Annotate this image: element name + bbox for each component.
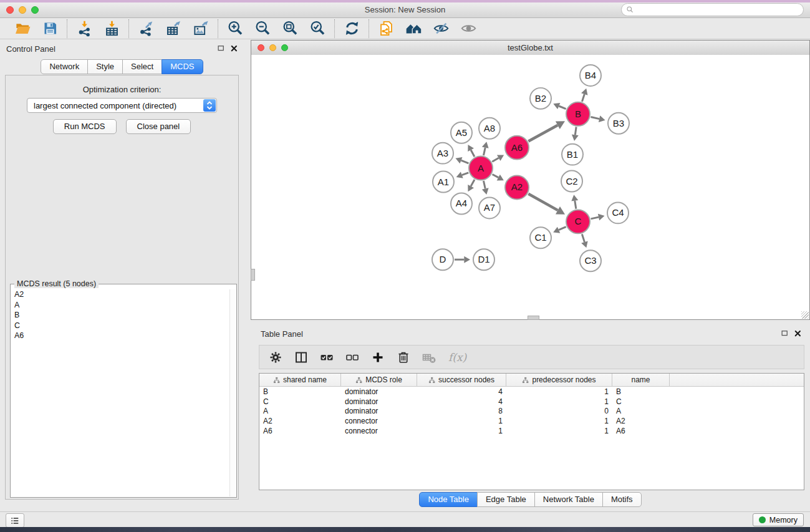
table-cell[interactable]: A6 <box>612 427 670 435</box>
graph-node-A7[interactable]: A7 <box>479 197 500 218</box>
graph-node-C2[interactable]: C2 <box>561 171 582 192</box>
trash-icon[interactable] <box>396 350 411 365</box>
resize-grip[interactable] <box>801 311 809 319</box>
table-row[interactable]: A2connector11A2 <box>259 416 804 426</box>
graph-node-A3[interactable]: A3 <box>432 143 453 164</box>
clone-network-icon[interactable] <box>378 20 395 37</box>
tab-style[interactable]: Style <box>87 59 123 74</box>
open-file-icon[interactable] <box>14 20 31 37</box>
export-table-icon[interactable] <box>165 20 182 37</box>
result-item[interactable]: A2 <box>11 289 229 300</box>
edge-B-B1[interactable] <box>572 127 579 141</box>
tab-network-table[interactable]: Network Table <box>534 492 603 507</box>
network-canvas[interactable]: AA1A2A3A4A5A6A7A8BB1B2B3B4CC1C2C3C4DD1 <box>251 55 809 319</box>
edge-A6-B[interactable] <box>528 121 565 141</box>
edge-C-C4[interactable] <box>591 214 605 221</box>
network-graph[interactable]: AA1A2A3A4A5A6A7A8BB1B2B3B4CC1C2C3C4DD1 <box>251 55 809 319</box>
column-header-MCDS-role[interactable]: MCDS role <box>341 374 417 386</box>
table-cell[interactable]: 1 <box>417 417 506 425</box>
graph-node-B4[interactable]: B4 <box>580 65 601 86</box>
result-item[interactable]: A <box>11 300 229 311</box>
column-header-successor-nodes[interactable]: successor nodes <box>417 374 506 386</box>
add-icon[interactable] <box>370 350 385 365</box>
edge-B-B3[interactable] <box>591 115 605 122</box>
column-header-name[interactable]: name <box>612 374 670 386</box>
table-row[interactable]: A6connector11A6 <box>259 426 804 436</box>
table-cell[interactable]: dominator <box>341 407 417 415</box>
close-panel-icon[interactable] <box>793 329 803 338</box>
close-window-button[interactable] <box>6 6 14 14</box>
edge-A-A7[interactable] <box>482 181 489 195</box>
edge-D-D1[interactable] <box>455 256 470 263</box>
graph-node-B3[interactable]: B3 <box>608 113 629 134</box>
edge-A-A5[interactable] <box>468 145 475 157</box>
split-view-icon[interactable] <box>294 350 309 365</box>
graph-node-D[interactable]: D <box>432 249 453 270</box>
graph-node-C4[interactable]: C4 <box>607 202 629 223</box>
edge-C-C1[interactable] <box>553 227 566 233</box>
table-cell[interactable]: connector <box>341 427 417 435</box>
search-input[interactable] <box>635 4 803 16</box>
graph-node-B2[interactable]: B2 <box>530 88 551 109</box>
result-item[interactable]: A6 <box>11 331 229 341</box>
table-cell[interactable]: 8 <box>417 407 506 415</box>
network-minimize-button[interactable] <box>269 44 276 51</box>
edge-A-A2[interactable] <box>493 174 504 180</box>
table-cell[interactable]: 0 <box>506 407 612 415</box>
maximize-window-button[interactable] <box>31 6 39 14</box>
edge-B-B4[interactable] <box>581 89 587 102</box>
table-row[interactable]: Adominator80A <box>259 406 804 416</box>
column-header-predecessor-nodes[interactable]: predecessor nodes <box>506 374 612 386</box>
graph-node-A2[interactable]: A2 <box>505 176 529 200</box>
home-view-icon[interactable] <box>405 20 422 37</box>
deselect-all-icon[interactable] <box>345 350 360 365</box>
export-image-icon[interactable] <box>193 20 210 37</box>
table-row[interactable]: Cdominator41C <box>259 397 804 407</box>
graph-node-B[interactable]: B <box>566 102 590 126</box>
edge-A2-C[interactable] <box>528 194 565 215</box>
edge-A-A6[interactable] <box>492 155 504 162</box>
table-cell[interactable]: 1 <box>506 427 612 435</box>
node-table[interactable]: shared nameMCDS rolesuccessor nodesprede… <box>259 373 804 490</box>
table-cell[interactable]: connector <box>341 417 417 425</box>
tab-select[interactable]: Select <box>122 59 162 74</box>
float-panel-icon[interactable] <box>780 329 789 338</box>
run-mcds-button[interactable]: Run MCDS <box>53 119 117 134</box>
tab-mcds[interactable]: MCDS <box>162 59 203 74</box>
tab-motifs[interactable]: Motifs <box>602 492 642 507</box>
network-frame-titlebar[interactable]: testGlobe.txt <box>251 41 809 56</box>
graph-node-A6[interactable]: A6 <box>505 136 529 160</box>
result-scrollbar[interactable] <box>229 289 236 496</box>
table-cell[interactable]: 1 <box>506 387 612 396</box>
export-network-icon[interactable] <box>138 20 155 37</box>
table-cell[interactable]: C <box>612 397 670 406</box>
tab-network[interactable]: Network <box>41 59 88 74</box>
search-field[interactable] <box>621 3 804 16</box>
import-table-icon[interactable] <box>104 20 120 37</box>
criterion-dropdown[interactable]: largest connected component (directed) <box>27 98 217 113</box>
import-network-icon[interactable] <box>76 20 93 37</box>
table-cell[interactable]: dominator <box>341 397 417 406</box>
edge-C-C2[interactable] <box>571 195 578 208</box>
select-all-icon[interactable] <box>319 350 334 365</box>
zoom-in-icon[interactable] <box>227 20 244 37</box>
close-panel-icon[interactable] <box>229 44 239 53</box>
graph-node-A[interactable]: A <box>469 157 493 180</box>
dropdown-stepper-icon[interactable] <box>203 99 216 112</box>
graph-node-C3[interactable]: C3 <box>580 250 601 271</box>
edge-C-C3[interactable] <box>581 234 587 248</box>
edge-A-A8[interactable] <box>482 142 489 155</box>
graph-node-A4[interactable]: A4 <box>451 193 472 214</box>
tab-edge-table[interactable]: Edge Table <box>477 492 535 507</box>
column-header-shared-name[interactable]: shared name <box>259 374 341 386</box>
float-panel-icon[interactable] <box>216 44 226 53</box>
table-cell[interactable]: A <box>612 407 670 415</box>
hide-selected-icon[interactable] <box>433 20 450 37</box>
close-panel-button[interactable]: Close panel <box>126 119 191 134</box>
edge-A-A3[interactable] <box>455 157 468 163</box>
table-cell[interactable]: C <box>259 397 341 406</box>
bottom-splitter-handle[interactable] <box>528 316 539 320</box>
graph-node-B1[interactable]: B1 <box>562 144 583 165</box>
table-row[interactable]: Bdominator41B <box>259 387 804 397</box>
result-item[interactable]: C <box>11 321 229 331</box>
